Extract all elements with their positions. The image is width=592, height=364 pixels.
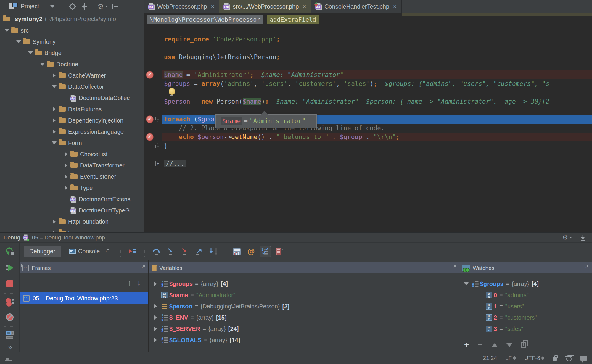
tree-item-EventListener[interactable]: EventListener <box>0 171 144 182</box>
tree-item-DoctrineOrmTypeG[interactable]: DoctrineOrmTypeG <box>0 205 144 216</box>
tab-console[interactable]: Console <box>64 246 115 257</box>
watch-row[interactable]: 10013="sales" <box>459 323 592 334</box>
evaluate-expression-icon[interactable] <box>231 246 242 257</box>
tree-item-DependencyInjection[interactable]: DependencyInjection <box>0 115 144 126</box>
code-line[interactable]: $groups = array('admins', 'users', 'cust… <box>144 79 592 88</box>
more-options-icon[interactable]: » <box>0 343 20 351</box>
tree-item-DataCollector[interactable]: DataCollector <box>0 81 144 92</box>
watch-row[interactable]: 123$groups={array}[4] <box>459 278 592 289</box>
tree-item-HttpFoundation[interactable]: HttpFoundation <box>0 216 144 227</box>
duplicate-watch-icon[interactable] <box>521 342 526 348</box>
chevron-down-icon[interactable] <box>50 5 54 8</box>
chevron-right-icon[interactable] <box>50 219 58 224</box>
variable-row[interactable]: 123$_SERVER={array}[24] <box>149 323 459 334</box>
view-breakpoints-icon[interactable] <box>0 298 20 307</box>
tree-item-Bridge[interactable]: Bridge <box>0 47 144 59</box>
breakpoint-icon[interactable]: ✓ <box>146 115 154 123</box>
hide-tool-window-icon[interactable] <box>578 233 587 242</box>
tree-item-ChoiceList[interactable]: ChoiceList <box>0 149 144 160</box>
chevron-right-icon[interactable] <box>151 315 160 320</box>
tree-item-Symfony[interactable]: Symfony <box>0 36 144 47</box>
chevron-down-icon[interactable] <box>3 29 11 32</box>
code-line[interactable]: use Debugging\JetBrains\Person; <box>144 53 592 62</box>
variable-row[interactable]: 123$groups={array}[4] <box>149 278 459 289</box>
gear-icon[interactable]: ⚙ <box>99 2 107 11</box>
chevron-right-icon[interactable] <box>50 129 58 134</box>
show-execution-point-icon[interactable] <box>127 246 138 257</box>
chevron-right-icon[interactable] <box>151 304 160 309</box>
code-line[interactable]: ✓echo $person->getName() . " belongs to … <box>144 133 592 141</box>
breadcrumb-class[interactable]: \Monolog\Processor\WebProcessor <box>147 15 263 24</box>
tree-item-DoctrineOrmExtens[interactable]: DoctrineOrmExtens <box>0 194 144 205</box>
chevron-right-icon[interactable] <box>62 152 70 157</box>
remove-watch-icon[interactable]: − <box>478 342 482 348</box>
gutter[interactable] <box>144 88 162 97</box>
copy-stack-icon[interactable] <box>274 246 285 257</box>
code-line[interactable]: +//... <box>144 159 592 168</box>
close-icon[interactable]: × <box>211 3 215 10</box>
force-step-into-icon[interactable] <box>179 246 190 257</box>
variable-row[interactable]: 123$_ENV={array}[15] <box>149 312 459 323</box>
tree-item-DataFixtures[interactable]: DataFixtures <box>0 104 144 115</box>
tree-item-DoctrineDataCollec[interactable]: DoctrineDataCollec <box>0 92 144 104</box>
chevron-right-icon[interactable] <box>62 163 70 168</box>
chevron-down-icon[interactable] <box>50 85 58 88</box>
tree-item-Logger[interactable]: Logger <box>0 227 144 232</box>
breakpoint-icon[interactable]: ✓ <box>146 71 154 79</box>
editor[interactable]: \Monolog\Processor\WebProcessor addExtra… <box>144 13 592 232</box>
gutter[interactable]: ✓− <box>144 115 162 124</box>
project-root-row[interactable]: symfony2 (~/PhpstormProjects/symfo <box>0 13 144 25</box>
gear-icon[interactable]: ⚙ <box>563 233 572 242</box>
chevron-right-icon[interactable] <box>50 73 58 78</box>
move-watch-down-icon[interactable] <box>506 343 512 347</box>
chevron-right-icon[interactable] <box>50 107 58 112</box>
gutter[interactable] <box>144 79 162 88</box>
editor-tab[interactable]: ConsoleHandlerTest.php× <box>311 0 402 13</box>
frame-down-icon[interactable]: ↓ <box>137 278 141 287</box>
open-variables-icon[interactable] <box>450 266 456 270</box>
gutter[interactable] <box>144 53 162 62</box>
chevron-right-icon[interactable] <box>151 326 160 331</box>
fold-marker-icon[interactable]: − <box>155 117 160 122</box>
tree-item-CacheWarmer[interactable]: CacheWarmer <box>0 70 144 81</box>
caret-position[interactable]: 21:24 <box>483 355 497 361</box>
collapse-all-icon[interactable] <box>80 2 89 11</box>
intention-bulb-icon[interactable] <box>169 88 175 95</box>
chevron-right-icon[interactable] <box>151 338 160 342</box>
open-frames-icon[interactable] <box>139 266 145 270</box>
gutter[interactable] <box>144 124 162 133</box>
tool-window-toggle-icon[interactable] <box>5 355 12 361</box>
mute-breakpoints-icon[interactable] <box>0 313 20 321</box>
tab-debugger[interactable]: Debugger <box>24 246 61 257</box>
code-line[interactable]: ✓$name = 'Administrator'; $name: "Admini… <box>144 70 592 79</box>
step-out-icon[interactable] <box>193 246 205 257</box>
gutter[interactable]: ✓ <box>144 133 162 141</box>
show-values-inline-icon[interactable]: 12 <box>260 246 271 257</box>
open-watches-icon[interactable] <box>583 266 589 270</box>
restore-layout-icon[interactable] <box>0 331 20 338</box>
event-log-message-icon[interactable] <box>580 356 587 361</box>
gutter[interactable] <box>144 35 162 44</box>
chevron-right-icon[interactable] <box>151 281 160 286</box>
selected-frame-row[interactable]: 05 – Debug Tool Window.php:23 <box>20 292 148 304</box>
chevron-right-icon[interactable] <box>62 174 70 179</box>
chevron-down-icon[interactable] <box>38 63 46 66</box>
add-watch-icon[interactable]: + <box>464 342 469 348</box>
variable-row[interactable]: 1001$name="Administrator" <box>149 289 459 301</box>
chevron-down-icon[interactable] <box>15 40 22 43</box>
tree-item-Type[interactable]: Type <box>0 182 144 194</box>
code-line[interactable]: // 2. Place a breakpoint on the followin… <box>144 124 592 133</box>
tree-item-Doctrine[interactable]: Doctrine <box>0 59 144 70</box>
locate-file-icon[interactable] <box>68 2 77 11</box>
hide-panel-icon[interactable] <box>110 2 119 11</box>
editor-tab[interactable]: WebProcessor.php× <box>144 0 219 13</box>
chevron-right-icon[interactable] <box>50 118 58 123</box>
watch-method-return-icon[interactable]: @ <box>245 246 257 257</box>
stop-icon[interactable] <box>0 280 20 287</box>
tree-item-Form[interactable]: Form <box>0 137 144 149</box>
close-icon[interactable]: × <box>393 3 397 10</box>
chevron-right-icon[interactable] <box>62 186 70 190</box>
tree-item-ExpressionLanguage[interactable]: ExpressionLanguage <box>0 126 144 137</box>
step-into-icon[interactable] <box>165 246 176 257</box>
code-line[interactable]: $person = new Person($name); $name: "Adm… <box>144 97 592 106</box>
